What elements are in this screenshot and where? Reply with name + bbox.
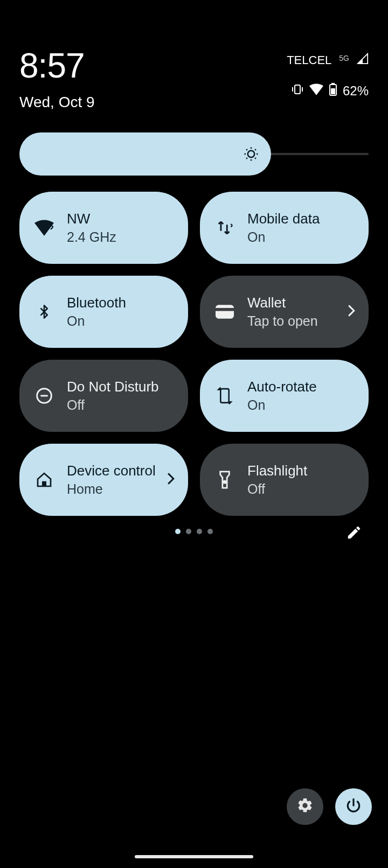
wifi-status-icon xyxy=(309,83,323,99)
cellular-signal-icon xyxy=(357,53,369,68)
page-dots[interactable] xyxy=(175,529,213,534)
tile-title: Auto-rotate xyxy=(247,379,356,395)
tile-mobile-data[interactable]: Mobile data On xyxy=(200,192,369,264)
page-dot xyxy=(197,529,202,534)
settings-button[interactable] xyxy=(287,788,323,825)
edit-tiles-button[interactable] xyxy=(346,524,362,543)
bottom-actions xyxy=(287,788,372,825)
tile-title: Wallet xyxy=(247,295,336,311)
svg-rect-2 xyxy=(331,83,335,85)
tile-subtitle: On xyxy=(247,229,356,245)
wifi-icon xyxy=(32,220,56,236)
wallet-icon xyxy=(213,305,237,319)
network-type: 5G xyxy=(339,54,349,62)
tile-bluetooth[interactable]: Bluetooth On xyxy=(19,276,188,348)
brightness-icon xyxy=(243,146,259,162)
page-dot xyxy=(175,529,181,534)
brightness-fill xyxy=(19,132,271,176)
tile-title: Mobile data xyxy=(247,211,356,227)
mobile-data-icon xyxy=(213,219,237,237)
tile-device-controls[interactable]: Device control Home xyxy=(19,444,188,516)
carrier-row: TELCEL 5G xyxy=(287,53,369,68)
chevron-right-icon xyxy=(167,472,175,487)
svg-rect-8 xyxy=(220,389,228,403)
page-dot xyxy=(207,529,213,534)
svg-rect-0 xyxy=(295,85,300,94)
carrier-name: TELCEL xyxy=(287,53,331,67)
status-icons-row: 62% xyxy=(291,83,369,99)
svg-rect-3 xyxy=(331,88,335,94)
quick-settings-grid: NW 2.4 GHz Mobile data On Bluetooth On xyxy=(19,192,369,516)
tile-title: Flashlight xyxy=(247,463,356,479)
tile-title: Bluetooth xyxy=(67,295,175,311)
power-icon xyxy=(345,797,362,816)
dnd-icon xyxy=(32,387,56,404)
status-left: 8:57 Wed, Oct 9 xyxy=(19,48,95,111)
navigation-bar-handle[interactable] xyxy=(135,855,253,858)
page-dot xyxy=(186,529,191,534)
tile-subtitle: On xyxy=(247,397,356,413)
vibrate-icon xyxy=(291,83,304,99)
tile-subtitle: On xyxy=(67,313,175,329)
chevron-right-icon xyxy=(347,304,356,319)
autorotate-icon xyxy=(213,386,237,405)
power-button[interactable] xyxy=(335,788,372,825)
tile-subtitle: Home xyxy=(67,481,156,497)
clock-date[interactable]: Wed, Oct 9 xyxy=(19,94,95,111)
status-header: 8:57 Wed, Oct 9 TELCEL 5G 62% xyxy=(0,0,388,111)
tile-subtitle: Tap to open xyxy=(247,313,336,329)
battery-percent: 62% xyxy=(343,83,369,99)
tile-wifi[interactable]: NW 2.4 GHz xyxy=(19,192,188,264)
tile-title: Do Not Disturb xyxy=(67,379,175,395)
tile-subtitle: Off xyxy=(67,397,175,413)
brightness-slider[interactable] xyxy=(19,132,369,176)
status-right: TELCEL 5G 62% xyxy=(287,48,369,111)
clock-time[interactable]: 8:57 xyxy=(19,48,95,83)
tile-autorotate[interactable]: Auto-rotate On xyxy=(200,360,369,432)
svg-rect-6 xyxy=(216,308,234,311)
flashlight-icon xyxy=(213,470,237,489)
svg-point-9 xyxy=(224,481,226,483)
tile-subtitle: Off xyxy=(247,481,356,497)
pagination-row xyxy=(0,529,388,550)
bluetooth-icon xyxy=(32,302,56,321)
svg-rect-5 xyxy=(216,305,234,319)
tile-title: NW xyxy=(67,211,175,227)
gear-icon xyxy=(296,797,314,816)
battery-icon xyxy=(329,83,337,99)
tile-flashlight[interactable]: Flashlight Off xyxy=(200,444,369,516)
home-icon xyxy=(32,471,56,488)
tile-wallet[interactable]: Wallet Tap to open xyxy=(200,276,369,348)
tile-dnd[interactable]: Do Not Disturb Off xyxy=(19,360,188,432)
tile-title: Device control xyxy=(67,463,156,479)
tile-subtitle: 2.4 GHz xyxy=(67,229,175,245)
svg-point-4 xyxy=(247,151,254,158)
